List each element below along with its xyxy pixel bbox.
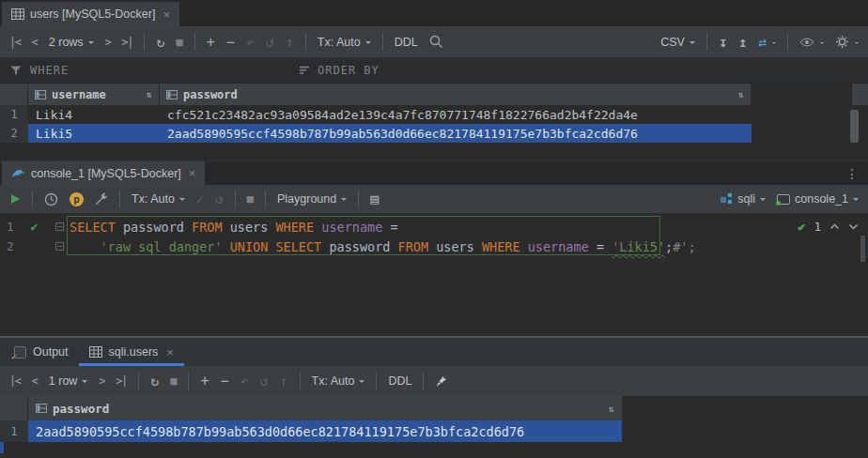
close-icon[interactable]: × xyxy=(189,167,196,179)
revert-icon[interactable]: ↺ xyxy=(266,34,274,51)
tx-mode-dropdown[interactable]: Tx: Auto xyxy=(312,374,365,388)
settings-gear-icon[interactable] xyxy=(835,35,859,49)
where-filter-input[interactable]: WHERE xyxy=(0,64,289,77)
delete-row-button[interactable]: − xyxy=(226,34,235,51)
cell-password[interactable]: 2aad5890595ccf4598b787b99ab563d0d66ec821… xyxy=(28,420,622,442)
toolbar-separator xyxy=(138,373,139,390)
editor-scrollbar[interactable] xyxy=(860,236,865,262)
cell-password[interactable]: 2aad5890595ccf4598b787b99ab563d0d66ec821… xyxy=(160,124,752,143)
schema-dropdown[interactable]: sqli xyxy=(721,192,766,206)
toolbar-separator xyxy=(144,33,145,51)
add-row-button[interactable]: + xyxy=(200,373,209,389)
toolbar-separator xyxy=(119,191,120,208)
close-icon[interactable]: × xyxy=(166,346,174,359)
chevron-down-icon xyxy=(855,42,859,46)
tab-result-sqli-users[interactable]: sqli.users × xyxy=(79,338,184,366)
run-play-icon[interactable] xyxy=(9,193,21,205)
refresh-icon[interactable]: ↻ xyxy=(156,34,164,51)
cell-username[interactable]: Liki5 xyxy=(28,124,160,143)
column-header-password[interactable]: password ⇅ xyxy=(160,84,752,105)
line-number: 1 xyxy=(0,220,20,234)
search-icon[interactable] xyxy=(429,35,443,49)
table-row[interactable]: 1 Liki4 cfc521c23482ac93a09584ad2e139c4a… xyxy=(0,105,868,124)
sort-icon[interactable]: ⇅ xyxy=(738,89,744,99)
order-by-input[interactable]: ORDER BY xyxy=(289,64,380,77)
column-icon xyxy=(35,90,46,99)
fold-marker-icon[interactable] xyxy=(49,242,70,251)
editor-tab-bar: users [MySQL5-Docker] × xyxy=(0,0,868,26)
wrench-icon[interactable] xyxy=(95,192,108,206)
commit-check-icon[interactable]: ✓ xyxy=(196,192,204,206)
profiler-icon[interactable]: p xyxy=(70,192,84,206)
sql-editor[interactable]: 1 ✔ SELECT password FROM users WHERE use… xyxy=(0,213,868,336)
first-page-button[interactable]: |< xyxy=(9,36,21,49)
last-page-button[interactable]: >| xyxy=(122,36,133,49)
chevron-down-icon[interactable] xyxy=(848,223,859,230)
table-row-selected[interactable]: 2 Liki5 2aad5890595ccf4598b787b99ab563d0… xyxy=(0,124,868,143)
rollback-icon[interactable]: ↺ xyxy=(215,191,224,207)
next-page-button[interactable]: > xyxy=(99,374,104,388)
console-session-icon xyxy=(777,194,790,205)
console-tab-bar: console_1 [MySQL5-Docker] × ⋮ xyxy=(0,160,868,185)
sort-icon[interactable]: ⇅ xyxy=(609,404,614,414)
ddl-button[interactable]: DDL xyxy=(388,374,411,388)
session-dropdown[interactable]: console_1 xyxy=(777,192,859,206)
tx-mode-dropdown[interactable]: Tx: Auto xyxy=(318,36,371,49)
table-grid-icon xyxy=(11,8,24,20)
sort-icon[interactable]: ⇅ xyxy=(147,89,152,99)
add-row-button[interactable]: + xyxy=(207,34,215,51)
tab-console[interactable]: console_1 [MySQL5-Docker] × xyxy=(2,161,205,185)
undo-icon[interactable]: ↶ xyxy=(240,373,249,389)
playground-mode-dropdown[interactable]: Playground xyxy=(277,192,347,206)
prev-page-button[interactable]: < xyxy=(32,374,38,388)
code-text[interactable]: SELECT password FROM users WHERE usernam… xyxy=(70,220,398,235)
output-view-icon[interactable]: ▤ xyxy=(370,191,379,207)
code-text[interactable]: 'raw_sql_danger' UNION SELECT password F… xyxy=(70,239,696,254)
export-download-icon[interactable]: ↧ xyxy=(719,34,727,51)
statement-result-navigator: ✔✔ 1 xyxy=(798,220,859,234)
more-options-kebab-icon[interactable]: ⋮ xyxy=(845,166,868,181)
tx-mode-dropdown[interactable]: Tx: Auto xyxy=(132,192,185,206)
submit-icon[interactable]: ↑ xyxy=(286,34,294,51)
fold-marker-icon[interactable] xyxy=(49,222,70,231)
output-tab-bar: ↓ Output sqli.users × xyxy=(0,336,868,366)
view-options-eye-icon[interactable] xyxy=(799,38,824,47)
refresh-icon[interactable]: ↻ xyxy=(150,373,159,389)
success-double-check-icon: ✔✔ xyxy=(798,220,806,234)
first-page-button[interactable]: |< xyxy=(9,374,21,388)
cell-username[interactable]: Liki4 xyxy=(28,105,160,124)
result-toolbar: |< < 1 row > >| ↻ ■ + − ↶ ↺ ↑ Tx: Auto D… xyxy=(0,366,868,396)
last-page-button[interactable]: >| xyxy=(116,374,127,388)
ddl-button[interactable]: DDL xyxy=(395,36,418,49)
stop-icon[interactable]: ■ xyxy=(170,374,177,388)
editor-line-2[interactable]: 2 'raw_sql_danger' UNION SELECT password… xyxy=(0,237,868,256)
tab-output[interactable]: ↓ Output xyxy=(4,338,79,366)
table-row-selected[interactable]: 1 2aad5890595ccf4598b787b99ab563d0d66ec8… xyxy=(0,420,868,442)
column-header-username[interactable]: username ⇅ xyxy=(28,84,160,105)
cell-password[interactable]: cfc521c23482ac93a09584ad2e139c4a7fc87077… xyxy=(160,105,752,124)
stop-icon[interactable]: ■ xyxy=(247,192,254,206)
chevron-down-icon xyxy=(853,198,859,204)
prev-page-button[interactable]: < xyxy=(32,36,38,49)
close-icon[interactable]: × xyxy=(163,8,170,21)
next-page-button[interactable]: > xyxy=(105,36,111,49)
editor-line-1[interactable]: 1 ✔ SELECT password FROM users WHERE use… xyxy=(0,217,868,237)
compare-icon[interactable]: ⇄ xyxy=(758,34,776,51)
pin-icon[interactable] xyxy=(435,375,447,388)
import-upload-icon[interactable]: ↥ xyxy=(738,34,747,51)
vertical-scrollbar[interactable] xyxy=(850,110,859,143)
export-format-dropdown[interactable]: CSV xyxy=(660,36,695,49)
undo-icon[interactable]: ↶ xyxy=(246,34,255,51)
history-clock-icon[interactable] xyxy=(44,192,58,206)
column-header-password[interactable]: password ⇅ xyxy=(28,396,622,420)
page-size-dropdown[interactable]: 1 row xyxy=(49,374,88,388)
stop-icon[interactable]: ■ xyxy=(176,36,182,49)
delete-row-button[interactable]: − xyxy=(220,373,228,389)
page-size-dropdown[interactable]: 2 rows xyxy=(49,36,94,49)
submit-icon[interactable]: ↑ xyxy=(280,373,288,389)
revert-icon[interactable]: ↺ xyxy=(260,373,269,389)
chevron-up-icon[interactable] xyxy=(829,223,840,230)
mysql-dolphin-icon xyxy=(11,167,25,179)
row-number: 1 xyxy=(0,420,28,442)
tab-users-table[interactable]: users [MySQL5-Docker] × xyxy=(2,2,179,26)
